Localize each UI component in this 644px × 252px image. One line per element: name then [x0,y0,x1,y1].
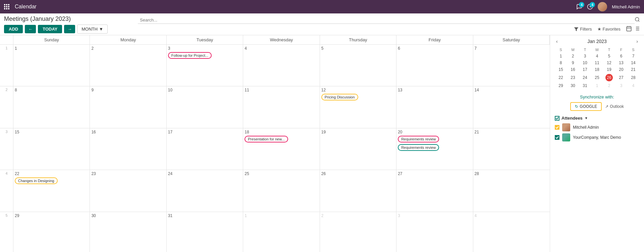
event-presentation-for-new[interactable]: Presentation for new... [245,136,288,142]
cal-cell-2-1[interactable]: 8 [13,86,90,128]
mini-cal-day-28-3-6[interactable]: 28 [627,73,639,82]
cal-cell-4-4[interactable]: 25 [243,170,320,211]
mini-cal-prev[interactable]: ‹ [555,39,559,44]
mini-cal-day-10-1-2[interactable]: 10 [579,59,591,66]
mini-cal-day-4-0-3[interactable]: 4 [591,53,603,59]
mini-cal-day-21-2-6[interactable]: 21 [627,66,639,73]
add-button[interactable]: ADD [4,25,23,33]
cal-cell-2-2[interactable]: 9 [90,86,166,128]
cal-cell-3-3[interactable]: 17 [167,128,243,170]
prev-button[interactable]: ← [25,25,36,33]
mini-cal-next[interactable]: › [635,39,639,44]
cal-cell-4-5[interactable]: 26 [320,170,396,211]
cal-cell-3-5[interactable]: 19 [320,128,396,170]
cal-cell-1-4[interactable]: 4 [243,45,320,86]
cal-cell-2-7[interactable]: 14 [473,86,550,128]
cal-cell-4-3[interactable]: 24 [167,170,243,211]
calendar-view-icon[interactable] [626,26,632,33]
cal-cell-5-1[interactable]: 29 [13,212,90,252]
mini-cal-day-29-4-0[interactable]: 29 [555,82,567,89]
mini-cal-day-23-3-1[interactable]: 23 [567,73,579,82]
event-follow-up-for-projec[interactable]: Follow-up for Project... [168,52,212,59]
mini-cal-day-6-0-5[interactable]: 6 [615,53,627,59]
mini-cal-day-18-2-3[interactable]: 18 [591,66,603,73]
mini-cal-day-30-4-1[interactable]: 30 [567,82,579,89]
cal-cell-5-5[interactable]: 2 [320,212,396,252]
mini-cal-day-20-2-5[interactable]: 20 [615,66,627,73]
grid-menu-icon[interactable] [4,4,9,9]
cal-cell-3-1[interactable]: 15 [13,128,90,170]
mini-cal-day-2-0-1[interactable]: 2 [567,53,579,59]
mini-cal-day-16-2-1[interactable]: 16 [567,66,579,73]
search-input[interactable] [138,16,635,24]
mini-cal-day-4-4-6[interactable]: 4 [627,82,639,89]
cal-cell-5-4[interactable]: 1 [243,212,320,252]
attendees-checkbox[interactable] [555,116,559,121]
cal-cell-1-2[interactable]: 2 [90,45,166,86]
mini-cal-day-24-3-2[interactable]: 24 [579,73,591,82]
event-requirements-review[interactable]: Requirements review [398,144,439,151]
today-button[interactable]: TODAY [38,25,62,33]
mini-cal-day-14-1-6[interactable]: 14 [627,59,639,66]
mini-cal-day-1-0-0[interactable]: 1 [555,53,567,59]
cal-cell-1-5[interactable]: 5 [320,45,396,86]
cal-cell-3-2[interactable]: 16 [90,128,166,170]
cal-cell-1-1[interactable]: 1 [13,45,90,86]
cal-cell-4-7[interactable]: 28 [473,170,550,211]
cal-cell-3-7[interactable]: 21 [473,128,550,170]
favorites-button[interactable]: ★ Favorites [597,27,621,32]
mini-cal-day-3-4-5[interactable]: 3 [615,82,627,89]
cal-cell-2-5[interactable]: 12Pricing Discussion [320,86,396,128]
mini-cal-day-31-4-2[interactable]: 31 [579,82,591,89]
attendees-dropdown-icon[interactable]: ▼ [585,116,588,120]
list-view-icon[interactable] [634,26,640,33]
event-pricing-discussion[interactable]: Pricing Discussion [321,94,358,100]
mini-cal-day-13-1-5[interactable]: 13 [615,59,627,66]
cal-cell-5-2[interactable]: 30 [90,212,166,252]
cal-cell-4-1[interactable]: 22Changes in Designing [13,170,90,211]
next-button[interactable]: → [64,25,75,33]
attendee-checkbox-mitchell[interactable] [555,125,559,130]
mini-cal-day-22-3-0[interactable]: 22 [555,73,567,82]
cal-cell-1-6[interactable]: 6 [396,45,473,86]
search-bar[interactable] [138,16,635,24]
month-button[interactable]: MONTH ▼ [77,25,108,34]
cal-cell-5-3[interactable]: 31 [167,212,243,252]
google-sync-button[interactable]: ↻ GOOGLE [570,102,602,111]
cal-cell-5-7[interactable]: 4 [473,212,550,252]
user-avatar[interactable] [598,2,607,11]
mini-cal-day-25-3-3[interactable]: 25 [591,73,603,82]
mini-cal-day-1-4-3[interactable]: 1 [591,82,603,89]
mini-cal-day-2-4-4[interactable]: 2 [603,82,615,89]
mini-cal-day-19-2-4[interactable]: 19 [603,66,615,73]
mini-cal-day-15-2-0[interactable]: 15 [555,66,567,73]
search-icon[interactable] [635,17,640,23]
mini-cal-day-27-3-5[interactable]: 27 [615,73,627,82]
mini-cal-day-11-1-3[interactable]: 11 [591,59,603,66]
attendee-checkbox-marc[interactable] [555,135,559,140]
mini-cal-day-8-1-0[interactable]: 8 [555,59,567,66]
cal-cell-1-7[interactable]: 7 [473,45,550,86]
clock-icon-button[interactable]: 4 [587,4,593,10]
cal-cell-3-4[interactable]: 18Presentation for new... [243,128,320,170]
chat-icon-button[interactable]: 4 [576,4,582,10]
cal-cell-5-6[interactable]: 3 [396,212,473,252]
mini-cal-day-7-0-6[interactable]: 7 [627,53,639,59]
cal-cell-2-6[interactable]: 13 [396,86,473,128]
mini-cal-day-5-0-4[interactable]: 5 [603,53,615,59]
cal-cell-3-6[interactable]: 20Requirements reviewRequirements review [396,128,473,170]
mini-cal-day-26-3-4[interactable]: 26 [603,73,615,82]
mini-cal-day-12-1-4[interactable]: 12 [603,59,615,66]
event-changes-in-designing[interactable]: Changes in Designing [15,177,58,184]
event-requirements-review[interactable]: Requirements review [398,136,439,142]
filters-button[interactable]: Filters [574,27,592,32]
mini-cal-day-17-2-2[interactable]: 17 [579,66,591,73]
outlook-sync-button[interactable]: ↗ Outlook [605,104,624,109]
cal-cell-2-3[interactable]: 10 [167,86,243,128]
mini-cal-day-3-0-2[interactable]: 3 [579,53,591,59]
cal-cell-4-6[interactable]: 27 [396,170,473,211]
mini-cal-day-9-1-1[interactable]: 9 [567,59,579,66]
cal-cell-2-4[interactable]: 11 [243,86,320,128]
cal-cell-1-3[interactable]: 3Follow-up for Project... [167,45,243,86]
cal-cell-4-2[interactable]: 23 [90,170,166,211]
